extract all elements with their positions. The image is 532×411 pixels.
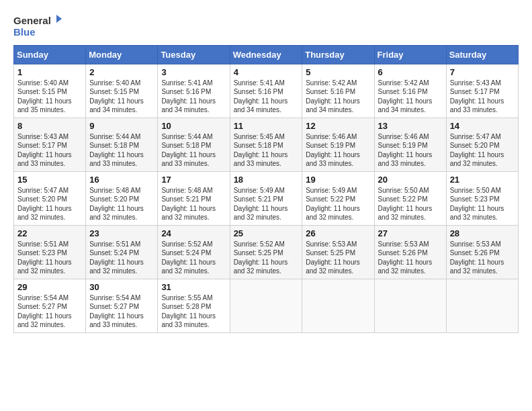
day-info: Sunrise: 5:47 AMSunset: 5:20 PMDaylight:… [450, 132, 515, 169]
day-info: Sunrise: 5:46 AMSunset: 5:19 PMDaylight:… [378, 132, 443, 169]
calendar-cell: 8Sunrise: 5:43 AMSunset: 5:17 PMDaylight… [14, 118, 86, 171]
day-number: 22 [17, 228, 82, 238]
calendar-cell: 12Sunrise: 5:46 AMSunset: 5:19 PMDayligh… [302, 118, 374, 171]
day-number: 23 [89, 228, 154, 238]
calendar-cell: 10Sunrise: 5:44 AMSunset: 5:18 PMDayligh… [158, 118, 230, 171]
calendar-cell: 22Sunrise: 5:51 AMSunset: 5:23 PMDayligh… [14, 225, 86, 279]
day-number: 29 [17, 282, 82, 292]
calendar-cell: 21Sunrise: 5:50 AMSunset: 5:23 PMDayligh… [446, 171, 518, 225]
header-cell-tuesday: Tuesday [158, 45, 230, 64]
day-info: Sunrise: 5:49 AMSunset: 5:22 PMDaylight:… [306, 186, 370, 222]
day-info: Sunrise: 5:52 AMSunset: 5:24 PMDaylight:… [161, 240, 226, 276]
logo-line2: Blue [13, 26, 63, 38]
day-info: Sunrise: 5:41 AMSunset: 5:16 PMDaylight:… [234, 79, 299, 115]
day-info: Sunrise: 5:41 AMSunset: 5:16 PMDaylight:… [161, 79, 226, 115]
day-info: Sunrise: 5:55 AMSunset: 5:28 PMDaylight:… [161, 293, 226, 330]
calendar-cell [230, 279, 302, 332]
day-info: Sunrise: 5:48 AMSunset: 5:20 PMDaylight:… [89, 186, 154, 222]
day-info: Sunrise: 5:48 AMSunset: 5:21 PMDaylight:… [161, 186, 226, 222]
logo: General Blue [13, 13, 63, 38]
header-cell-sunday: Sunday [14, 45, 86, 64]
day-info: Sunrise: 5:52 AMSunset: 5:25 PMDaylight:… [234, 240, 299, 276]
day-info: Sunrise: 5:51 AMSunset: 5:23 PMDaylight:… [17, 240, 82, 276]
calendar-cell: 15Sunrise: 5:47 AMSunset: 5:20 PMDayligh… [14, 171, 86, 225]
calendar-cell: 20Sunrise: 5:50 AMSunset: 5:22 PMDayligh… [374, 171, 446, 225]
calendar-cell: 17Sunrise: 5:48 AMSunset: 5:21 PMDayligh… [158, 171, 230, 225]
day-info: Sunrise: 5:47 AMSunset: 5:20 PMDaylight:… [17, 186, 82, 222]
day-number: 8 [17, 121, 82, 131]
day-number: 13 [378, 121, 443, 131]
day-info: Sunrise: 5:44 AMSunset: 5:18 PMDaylight:… [89, 132, 154, 169]
day-info: Sunrise: 5:43 AMSunset: 5:17 PMDaylight:… [17, 132, 82, 169]
header-cell-thursday: Thursday [302, 45, 374, 64]
calendar-cell: 26Sunrise: 5:53 AMSunset: 5:25 PMDayligh… [302, 225, 374, 279]
day-info: Sunrise: 5:42 AMSunset: 5:16 PMDaylight:… [306, 79, 370, 115]
calendar-cell: 5Sunrise: 5:42 AMSunset: 5:16 PMDaylight… [302, 64, 374, 118]
calendar-cell [374, 279, 446, 332]
calendar-cell: 2Sunrise: 5:40 AMSunset: 5:15 PMDaylight… [86, 64, 158, 118]
calendar-cell: 6Sunrise: 5:42 AMSunset: 5:16 PMDaylight… [374, 64, 446, 118]
calendar-cell: 29Sunrise: 5:54 AMSunset: 5:27 PMDayligh… [14, 279, 86, 332]
day-info: Sunrise: 5:42 AMSunset: 5:16 PMDaylight:… [378, 79, 443, 115]
day-info: Sunrise: 5:53 AMSunset: 5:25 PMDaylight:… [306, 240, 370, 276]
day-number: 16 [89, 175, 154, 185]
day-number: 5 [306, 67, 370, 77]
day-number: 2 [89, 67, 154, 77]
day-info: Sunrise: 5:43 AMSunset: 5:17 PMDaylight:… [450, 79, 515, 115]
day-info: Sunrise: 5:44 AMSunset: 5:18 PMDaylight:… [161, 132, 226, 169]
logo-text-block: General Blue [13, 13, 63, 38]
day-number: 17 [161, 175, 226, 185]
calendar-cell: 9Sunrise: 5:44 AMSunset: 5:18 PMDaylight… [86, 118, 158, 171]
day-number: 20 [378, 175, 443, 185]
calendar-cell: 31Sunrise: 5:55 AMSunset: 5:28 PMDayligh… [158, 279, 230, 332]
day-number: 3 [161, 67, 226, 77]
day-info: Sunrise: 5:51 AMSunset: 5:24 PMDaylight:… [89, 240, 154, 276]
day-number: 14 [450, 121, 515, 131]
day-number: 26 [306, 228, 370, 238]
day-number: 6 [378, 67, 443, 77]
day-number: 15 [17, 175, 82, 185]
day-number: 4 [234, 67, 299, 77]
day-info: Sunrise: 5:54 AMSunset: 5:27 PMDaylight:… [17, 293, 82, 330]
day-number: 10 [161, 121, 226, 131]
day-number: 21 [450, 175, 515, 185]
calendar-cell: 16Sunrise: 5:48 AMSunset: 5:20 PMDayligh… [86, 171, 158, 225]
calendar-cell: 1Sunrise: 5:40 AMSunset: 5:15 PMDaylight… [14, 64, 86, 118]
calendar-cell: 24Sunrise: 5:52 AMSunset: 5:24 PMDayligh… [158, 225, 230, 279]
day-number: 7 [450, 67, 515, 77]
header-cell-friday: Friday [374, 45, 446, 64]
day-info: Sunrise: 5:40 AMSunset: 5:15 PMDaylight:… [89, 79, 154, 115]
day-number: 9 [89, 121, 154, 131]
calendar-cell: 19Sunrise: 5:49 AMSunset: 5:22 PMDayligh… [302, 171, 374, 225]
calendar-cell: 30Sunrise: 5:54 AMSunset: 5:27 PMDayligh… [86, 279, 158, 332]
calendar-table: SundayMondayTuesdayWednesdayThursdayFrid… [13, 45, 519, 333]
header-cell-monday: Monday [86, 45, 158, 64]
calendar-cell: 23Sunrise: 5:51 AMSunset: 5:24 PMDayligh… [86, 225, 158, 279]
calendar-cell: 4Sunrise: 5:41 AMSunset: 5:16 PMDaylight… [230, 64, 302, 118]
day-info: Sunrise: 5:46 AMSunset: 5:19 PMDaylight:… [306, 132, 370, 169]
day-info: Sunrise: 5:50 AMSunset: 5:22 PMDaylight:… [378, 186, 443, 222]
day-number: 11 [234, 121, 299, 131]
day-info: Sunrise: 5:49 AMSunset: 5:21 PMDaylight:… [234, 186, 299, 222]
svg-marker-0 [56, 15, 62, 23]
day-info: Sunrise: 5:40 AMSunset: 5:15 PMDaylight:… [17, 79, 82, 115]
calendar-cell: 18Sunrise: 5:49 AMSunset: 5:21 PMDayligh… [230, 171, 302, 225]
day-number: 27 [378, 228, 443, 238]
calendar-cell: 7Sunrise: 5:43 AMSunset: 5:17 PMDaylight… [446, 64, 518, 118]
day-number: 28 [450, 228, 515, 238]
header-row: SundayMondayTuesdayWednesdayThursdayFrid… [14, 45, 519, 64]
day-number: 31 [161, 282, 226, 292]
calendar-cell: 25Sunrise: 5:52 AMSunset: 5:25 PMDayligh… [230, 225, 302, 279]
day-info: Sunrise: 5:45 AMSunset: 5:18 PMDaylight:… [234, 132, 299, 169]
day-number: 18 [234, 175, 299, 185]
header: General Blue [13, 13, 519, 38]
day-number: 24 [161, 228, 226, 238]
header-cell-wednesday: Wednesday [230, 45, 302, 64]
day-info: Sunrise: 5:53 AMSunset: 5:26 PMDaylight:… [378, 240, 443, 276]
day-number: 30 [89, 282, 154, 292]
header-cell-saturday: Saturday [446, 45, 518, 64]
day-info: Sunrise: 5:53 AMSunset: 5:26 PMDaylight:… [450, 240, 515, 276]
day-info: Sunrise: 5:50 AMSunset: 5:23 PMDaylight:… [450, 186, 515, 222]
calendar-cell [302, 279, 374, 332]
logo-line1: General [13, 13, 63, 26]
